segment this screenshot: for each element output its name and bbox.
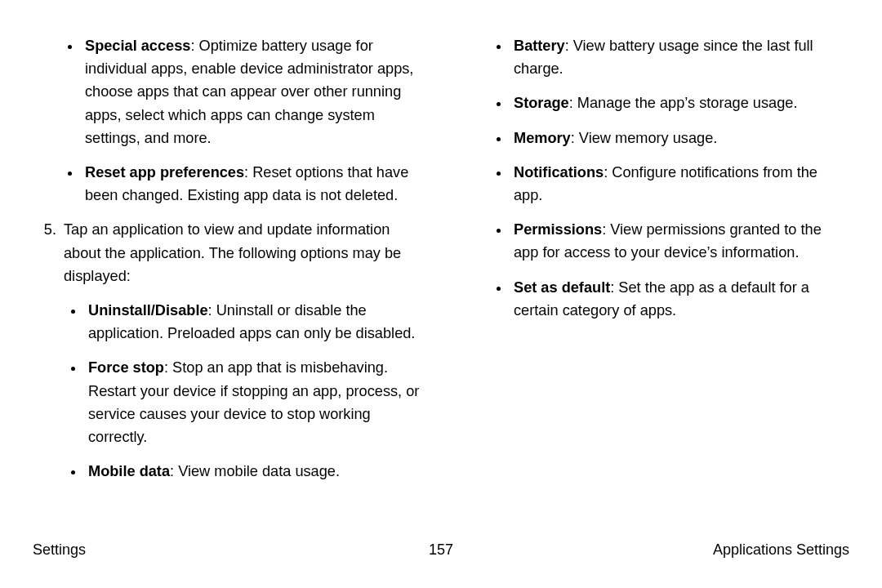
content-columns: Special access: Optimize battery usage f… [33,34,849,494]
list-item: Battery: View battery usage since the la… [510,34,849,80]
item-desc: : Manage the app’s storage usage. [569,95,798,111]
footer-page-number: 157 [429,541,453,559]
item-label: Permissions [514,221,602,238]
list-item: Memory: View memory usage. [510,127,849,149]
right-bullets: Battery: View battery usage since the la… [461,34,849,322]
item-label: Set as default [514,279,610,296]
item-label: Reset app preferences [85,164,244,180]
step-5-bullets: Uninstall/Disable: Uninstall or disable … [64,299,421,483]
step-5: Tap an application to view and update in… [60,218,421,483]
item-desc: : View mobile data usage. [170,463,340,479]
page-footer: Settings 157 Applications Settings [0,541,882,559]
step-text: Tap an application to view and update in… [64,221,401,283]
list-item: Force stop: Stop an app that is misbehav… [85,356,421,448]
list-item: Storage: Manage the app’s storage usage. [510,91,849,114]
list-item: Reset app preferences: Reset options tha… [82,161,421,207]
left-pre-bullets: Special access: Optimize battery usage f… [33,34,421,207]
list-item: Permissions: View permissions granted to… [510,218,849,264]
numbered-steps: Tap an application to view and update in… [33,218,421,483]
item-label: Special access [85,38,190,54]
right-column: Battery: View battery usage since the la… [461,34,849,494]
item-desc: : View memory usage. [571,130,718,146]
manual-page: Special access: Optimize battery usage f… [0,0,882,588]
item-label: Force stop [88,359,164,376]
list-item: Special access: Optimize battery usage f… [82,34,421,149]
item-label: Mobile data [88,463,170,479]
list-item: Uninstall/Disable: Uninstall or disable … [85,299,421,345]
footer-left: Settings [33,541,86,559]
left-column: Special access: Optimize battery usage f… [33,34,421,494]
footer-right: Applications Settings [713,541,849,559]
list-item: Set as default: Set the app as a default… [510,276,849,322]
item-label: Memory [514,130,571,146]
item-label: Uninstall/Disable [88,302,208,318]
item-label: Notifications [514,164,604,180]
list-item: Mobile data: View mobile data usage. [85,460,421,483]
list-item: Notifications: Configure notifications f… [510,161,849,207]
item-label: Battery [514,38,565,54]
item-label: Storage [514,95,569,111]
